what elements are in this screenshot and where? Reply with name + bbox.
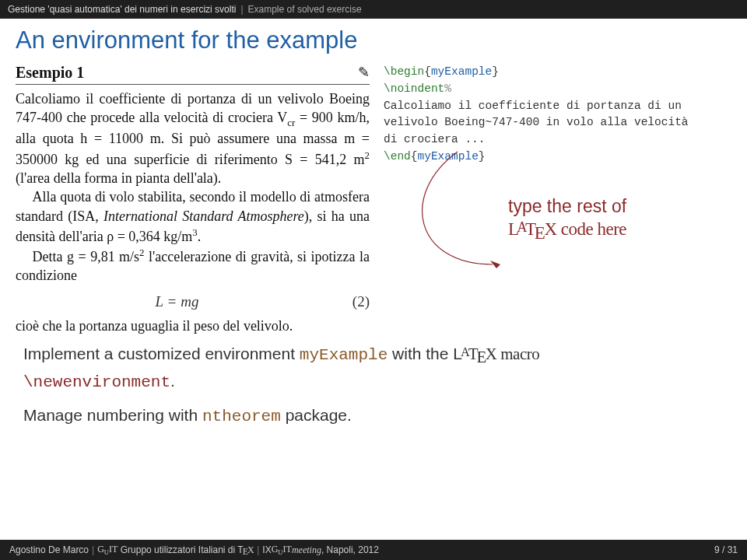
example-body: Calcoliamo il coefficiente di portanza d… [16, 89, 370, 285]
instruction-1: Implement a customized environment myExa… [23, 341, 724, 395]
pencil-icon: ✎ [358, 64, 370, 82]
crumb-sep: | [240, 4, 243, 15]
annotation-arrow [376, 148, 516, 319]
top-breadcrumb: Gestione 'quasi automatica' dei numeri i… [0, 0, 747, 19]
instruction-2: Manage numbering with ntheorem package. [23, 403, 724, 430]
crumb-part1: Gestione 'quasi automatica' dei numeri i… [8, 4, 236, 15]
page-number: 9 / 31 [714, 544, 738, 555]
lower-instructions: Implement a customized environment myExa… [0, 335, 747, 430]
equation: L = mg [16, 293, 338, 310]
page-title: An environment for the example [16, 26, 747, 54]
example-panel: Esempio 1 ✎ Calcoliamo il coefficiente d… [16, 64, 370, 335]
crumb-part2: Example of solved exercise [248, 4, 362, 15]
equation-line: L = mg (2) [16, 293, 370, 310]
footer-author: Agostino De Marco [9, 544, 89, 555]
equation-number: (2) [338, 293, 370, 310]
footer-bar: Agostino De Marco | GUIT Gruppo utilizza… [0, 540, 747, 560]
example-after-eq: cioè che la portanza uguaglia il peso de… [16, 317, 370, 335]
annotation-text: type the rest of LATEX code here [508, 195, 731, 242]
example-label: Esempio 1 [16, 64, 84, 82]
example-rule [16, 84, 370, 85]
code-panel: \begin{myExample} \noindent% Calcoliamo … [370, 64, 731, 335]
